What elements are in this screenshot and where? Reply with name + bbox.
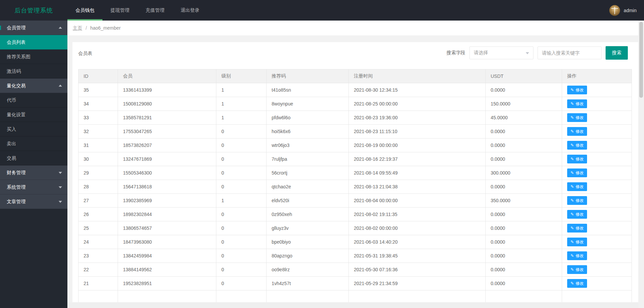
cell-referral-code: pfdw6l6o: [267, 111, 349, 125]
cell-empty: [562, 290, 632, 303]
cell-member: 13585781291: [118, 111, 216, 125]
cell-level: 0: [216, 208, 267, 221]
edit-button-label: 修改: [576, 253, 584, 259]
sidebar-item[interactable]: 交易: [0, 151, 67, 165]
cell-actions: ✎修改: [562, 235, 632, 249]
sidebar-item[interactable]: 系统管理: [0, 180, 67, 194]
cell-member: 18982302844: [118, 208, 216, 221]
sidebar-item[interactable]: 量化交易: [0, 79, 67, 93]
cell-empty: [349, 290, 486, 303]
cell-register-time: 2021-08-30 12:34:15: [349, 83, 486, 97]
sidebar-item[interactable]: 激活码: [0, 64, 67, 79]
sidebar-item[interactable]: 卖出: [0, 136, 67, 151]
table-row: 22138841495620oo9e8lrz2021-05-30 07:16:3…: [79, 263, 632, 277]
breadcrumb: 主页 / hao6_member: [67, 21, 644, 35]
edit-button[interactable]: ✎修改: [567, 99, 587, 108]
edit-button[interactable]: ✎修改: [567, 251, 587, 260]
edit-button-label: 修改: [576, 170, 584, 176]
top-tab[interactable]: 提现管理: [102, 0, 137, 21]
cell-level: 0: [216, 263, 267, 277]
sidebar-item[interactable]: 会员管理: [0, 21, 67, 35]
edit-button[interactable]: ✎修改: [567, 141, 587, 150]
cell-id: 29: [79, 166, 118, 180]
sidebar-item[interactable]: 代币: [0, 93, 67, 107]
cell-level: 0: [216, 166, 267, 180]
cell-referral-code: 7ruljfpa: [267, 152, 349, 166]
cell-actions: ✎修改: [562, 208, 632, 221]
horizontal-scrollbar[interactable]: [67, 302, 638, 308]
user-avatar[interactable]: [609, 5, 620, 16]
table-row: 24184739630800bpe0biyo2021-06-03 14:40:2…: [79, 235, 632, 249]
edit-button[interactable]: ✎修改: [567, 168, 587, 177]
edit-button[interactable]: ✎修改: [567, 238, 587, 246]
breadcrumb-home-link[interactable]: 主页: [73, 25, 82, 31]
sidebar-item-label: 交易: [7, 155, 16, 161]
top-navbar: 后台管理系统 会员钱包提现管理充值管理退出登录 admin: [0, 0, 644, 21]
cell-usdt: 0.0000: [486, 180, 562, 194]
edit-button[interactable]: ✎修改: [567, 224, 587, 233]
column-header: 推荐码: [267, 69, 349, 83]
sidebar-item[interactable]: 会员列表: [0, 35, 67, 50]
pencil-icon: ✎: [571, 281, 574, 285]
chevron-down-icon: [59, 201, 62, 203]
edit-button[interactable]: ✎修改: [567, 196, 587, 205]
cell-referral-code: qtchao2e: [267, 180, 349, 194]
cell-member: 13806574657: [118, 221, 216, 235]
sidebar-item[interactable]: 量化设置: [0, 107, 67, 122]
sidebar: 会员管理会员列表推荐关系图激活码量化交易代币量化设置买入卖出交易财务管理系统管理…: [0, 21, 67, 308]
cell-register-time: 2021-08-02 19:11:35: [349, 208, 486, 221]
cell-level: 1: [216, 83, 267, 97]
breadcrumb-separator: /: [86, 25, 87, 31]
search-field-select[interactable]: 请选择: [469, 47, 533, 59]
user-area[interactable]: admin: [609, 0, 644, 21]
edit-button[interactable]: ✎修改: [567, 210, 587, 219]
search-keyword-input[interactable]: [538, 47, 602, 59]
edit-button[interactable]: ✎修改: [567, 155, 587, 163]
cell-member: 18573826207: [118, 138, 216, 152]
scrollbar-thumb[interactable]: [639, 22, 643, 98]
edit-button-label: 修改: [576, 198, 584, 204]
pencil-icon: ✎: [571, 171, 574, 175]
edit-button[interactable]: ✎修改: [567, 127, 587, 136]
sidebar-item[interactable]: 推荐关系图: [0, 50, 67, 64]
cell-id: 26: [79, 208, 118, 221]
cell-register-time: 2021-08-25 00:00:00: [349, 97, 486, 111]
pencil-icon: ✎: [571, 102, 574, 106]
cell-level: 1: [216, 111, 267, 125]
app-logo: 后台管理系统: [0, 0, 67, 21]
cell-member: 19523828951: [118, 277, 216, 290]
chevron-up-icon: [59, 27, 62, 29]
edit-button[interactable]: ✎修改: [567, 113, 587, 122]
edit-button[interactable]: ✎修改: [567, 182, 587, 191]
cell-referral-code: wtr06jo3: [267, 138, 349, 152]
table-row: 2313842459984080apzngo2021-05-31 19:38:4…: [79, 249, 632, 263]
top-tab[interactable]: 退出登录: [173, 0, 208, 21]
cell-register-time: 2021-08-23 19:36:00: [349, 111, 486, 125]
edit-button[interactable]: ✎修改: [567, 86, 587, 94]
cell-actions: ✎修改: [562, 83, 632, 97]
edit-button-label: 修改: [576, 267, 584, 273]
cell-id: 25: [79, 221, 118, 235]
edit-button-label: 修改: [576, 225, 584, 231]
edit-button[interactable]: ✎修改: [567, 265, 587, 274]
top-tab[interactable]: 会员钱包: [67, 0, 102, 21]
cell-level: 1: [216, 194, 267, 208]
edit-button[interactable]: ✎修改: [567, 279, 587, 288]
sidebar-item[interactable]: 买入: [0, 122, 67, 136]
table-row: 27139023859691eldv520i2021-08-04 00:00:0…: [79, 194, 632, 208]
top-tab[interactable]: 充值管理: [137, 0, 173, 21]
table-head: ID会员级别推荐码注册时间USDT操作: [79, 69, 632, 83]
search-button[interactable]: 搜索: [606, 46, 628, 60]
cell-actions: ✎修改: [562, 152, 632, 166]
cell-usdt: 300.0000: [486, 166, 562, 180]
sidebar-item[interactable]: 财务管理: [0, 165, 67, 180]
table-row: 301324767186907ruljfpa2021-08-16 22:19:3…: [79, 152, 632, 166]
vertical-scrollbar[interactable]: [638, 21, 644, 308]
cell-actions: ✎修改: [562, 138, 632, 152]
sidebar-item[interactable]: 文章管理: [0, 194, 67, 209]
search-select-value: 请选择: [474, 50, 488, 56]
table-header-row: ID会员级别推荐码注册时间USDT操作: [79, 69, 632, 83]
pencil-icon: ✎: [571, 198, 574, 203]
cell-register-time: 2021-08-19 00:00:00: [349, 138, 486, 152]
cell-register-time: 2021-08-16 22:19:37: [349, 152, 486, 166]
